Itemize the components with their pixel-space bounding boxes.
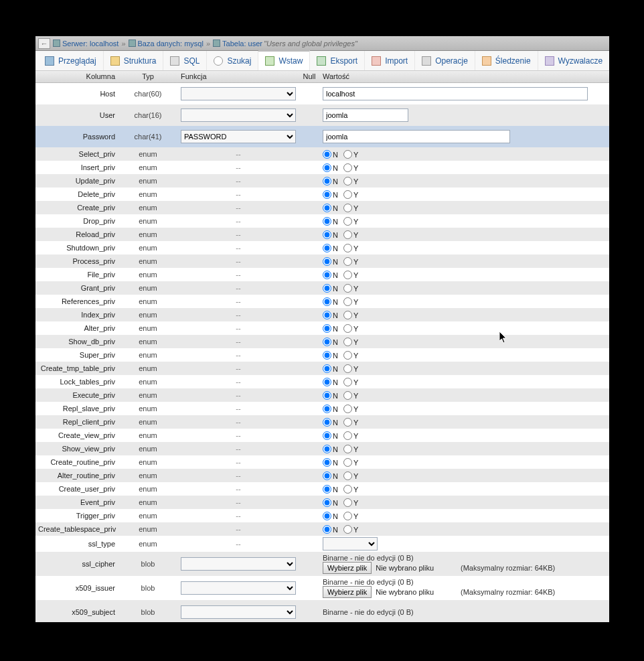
radio-y-input[interactable] <box>343 364 352 373</box>
radio-y[interactable]: Y <box>343 285 358 293</box>
radio-n-input[interactable] <box>323 418 331 427</box>
radio-y-input[interactable] <box>343 485 352 494</box>
radio-y[interactable]: Y <box>343 164 358 172</box>
radio-y[interactable]: Y <box>343 204 358 212</box>
value-input[interactable] <box>323 130 510 143</box>
radio-y[interactable]: Y <box>343 419 358 427</box>
function-select[interactable] <box>181 605 296 619</box>
function-select[interactable] <box>181 108 296 122</box>
radio-y-input[interactable] <box>343 498 352 507</box>
radio-n-input[interactable] <box>323 485 331 494</box>
radio-y[interactable]: Y <box>343 298 358 306</box>
radio-n-input[interactable] <box>323 257 331 266</box>
radio-n[interactable]: N <box>323 352 338 360</box>
radio-y-input[interactable] <box>343 163 352 172</box>
radio-n-input[interactable] <box>323 431 331 440</box>
radio-y-input[interactable] <box>343 204 352 212</box>
radio-y-input[interactable] <box>343 458 352 467</box>
radio-y[interactable]: Y <box>343 311 358 319</box>
radio-y[interactable]: Y <box>343 392 358 400</box>
radio-y[interactable]: Y <box>343 526 358 534</box>
radio-y-input[interactable] <box>343 297 352 306</box>
radio-y-input[interactable] <box>343 230 352 239</box>
radio-n[interactable]: N <box>323 258 338 266</box>
tab-operacje[interactable]: Operacje <box>415 51 475 70</box>
breadcrumb-database[interactable]: Baza danych: mysql <box>138 40 204 48</box>
value-input[interactable] <box>323 87 588 100</box>
radio-y-input[interactable] <box>343 311 352 319</box>
radio-n[interactable]: N <box>323 445 338 453</box>
radio-y-input[interactable] <box>343 512 352 520</box>
radio-y-input[interactable] <box>343 445 352 453</box>
radio-y-input[interactable] <box>343 338 352 346</box>
radio-y-input[interactable] <box>343 190 352 199</box>
radio-n-input[interactable] <box>323 190 331 199</box>
radio-y-input[interactable] <box>343 431 352 440</box>
radio-y[interactable]: Y <box>343 405 358 413</box>
radio-y[interactable]: Y <box>343 271 358 279</box>
radio-n[interactable]: N <box>323 151 338 159</box>
radio-n[interactable]: N <box>323 512 338 520</box>
tab-śledzenie[interactable]: Śledzenie <box>475 51 538 70</box>
radio-n-input[interactable] <box>323 204 331 212</box>
radio-y-input[interactable] <box>343 217 352 226</box>
radio-n[interactable]: N <box>323 177 338 186</box>
radio-n-input[interactable] <box>323 512 331 520</box>
radio-y[interactable]: Y <box>343 191 358 199</box>
radio-n-input[interactable] <box>323 244 331 252</box>
radio-y[interactable]: Y <box>343 151 358 159</box>
radio-y-input[interactable] <box>343 177 352 186</box>
radio-y[interactable]: Y <box>343 486 358 494</box>
radio-n[interactable]: N <box>323 164 338 172</box>
radio-y[interactable]: Y <box>343 258 358 266</box>
breadcrumb-server[interactable]: Serwer: localhost <box>62 40 118 48</box>
radio-n-input[interactable] <box>323 150 331 159</box>
radio-y[interactable]: Y <box>343 378 358 386</box>
tab-eksport[interactable]: Eksport <box>310 51 365 70</box>
radio-n-input[interactable] <box>323 311 331 319</box>
radio-y-input[interactable] <box>343 391 352 400</box>
radio-y-input[interactable] <box>343 284 352 293</box>
radio-y-input[interactable] <box>343 378 352 386</box>
radio-n-input[interactable] <box>323 378 331 386</box>
radio-n[interactable]: N <box>323 285 338 293</box>
radio-n[interactable]: N <box>323 472 338 480</box>
function-select[interactable]: PASSWORD <box>181 130 296 143</box>
radio-n[interactable]: N <box>323 459 338 467</box>
radio-y-input[interactable] <box>343 351 352 360</box>
radio-n[interactable]: N <box>323 526 338 534</box>
radio-y[interactable]: Y <box>343 244 358 252</box>
radio-n-input[interactable] <box>323 230 331 239</box>
tab-przeglądaj[interactable]: Przeglądaj <box>38 51 104 70</box>
radio-n[interactable]: N <box>323 432 338 440</box>
radio-y[interactable]: Y <box>343 432 358 440</box>
radio-n-input[interactable] <box>323 445 331 453</box>
radio-y[interactable]: Y <box>343 459 358 467</box>
radio-n-input[interactable] <box>323 297 331 306</box>
radio-n-input[interactable] <box>323 405 331 413</box>
radio-n-input[interactable] <box>323 471 331 480</box>
breadcrumb-table[interactable]: Tabela: user <box>222 40 262 48</box>
radio-n-input[interactable] <box>323 525 331 534</box>
radio-n-input[interactable] <box>323 163 331 172</box>
radio-n[interactable]: N <box>323 231 338 239</box>
radio-n[interactable]: N <box>323 271 338 279</box>
radio-n[interactable]: N <box>323 244 338 252</box>
radio-y-input[interactable] <box>343 471 352 480</box>
radio-n[interactable]: N <box>323 204 338 212</box>
choose-file-button[interactable]: Wybierz plik <box>323 562 372 574</box>
value-input[interactable] <box>323 108 408 122</box>
radio-n-input[interactable] <box>323 338 331 346</box>
radio-n[interactable]: N <box>323 311 338 319</box>
radio-y-input[interactable] <box>343 418 352 427</box>
radio-y[interactable]: Y <box>343 325 358 333</box>
radio-n[interactable]: N <box>323 405 338 413</box>
radio-y[interactable]: Y <box>343 338 358 346</box>
tab-sql[interactable]: SQL <box>163 51 207 70</box>
radio-y-input[interactable] <box>343 150 352 159</box>
choose-file-button[interactable]: Wybierz plik <box>323 586 372 598</box>
radio-n[interactable]: N <box>323 486 338 494</box>
radio-n-input[interactable] <box>323 284 331 293</box>
radio-y[interactable]: Y <box>343 365 358 373</box>
value-select[interactable] <box>323 537 378 550</box>
